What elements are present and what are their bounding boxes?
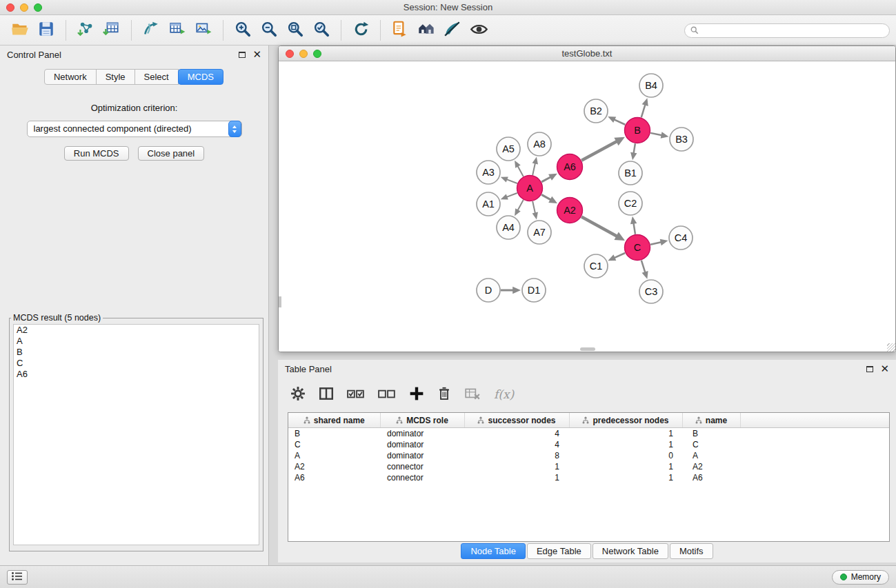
node-table-container[interactable]: shared nameMCDS rolesuccessor nodesprede… bbox=[288, 412, 890, 542]
float-table-panel-icon[interactable] bbox=[866, 366, 873, 372]
run-mcds-button[interactable]: Run MCDS bbox=[64, 146, 129, 161]
zoom-fit-icon bbox=[286, 20, 304, 40]
search-icon bbox=[690, 25, 699, 37]
network-window-close-button[interactable] bbox=[286, 50, 294, 58]
result-item[interactable]: C bbox=[14, 358, 259, 369]
graph-node-A8[interactable]: A8 bbox=[528, 132, 551, 156]
graph-node-D1[interactable]: D1 bbox=[522, 278, 546, 302]
close-table-panel-icon[interactable]: ✕ bbox=[880, 365, 889, 372]
delete-row-button[interactable] bbox=[437, 386, 451, 403]
import-table-button[interactable] bbox=[99, 18, 125, 43]
graph-node-C4[interactable]: C4 bbox=[669, 226, 693, 250]
network-window-zoom-button[interactable] bbox=[313, 50, 321, 58]
deselect-all-button[interactable] bbox=[378, 387, 396, 402]
network-canvas[interactable]: AA2A6BCA1A3A4A5A7A8B1B2B3B4C1C2C3C4DD1 bbox=[279, 62, 895, 352]
table-row[interactable]: A2connector11A2 bbox=[288, 461, 889, 472]
tab-style[interactable]: Style bbox=[96, 69, 135, 85]
export-network-button[interactable] bbox=[138, 18, 164, 43]
column-header-shared-name[interactable]: shared name bbox=[288, 413, 380, 427]
column-header-MCDS-role[interactable]: MCDS role bbox=[380, 413, 464, 427]
zoom-fit-button[interactable] bbox=[282, 18, 308, 43]
graph-node-A7[interactable]: A7 bbox=[528, 221, 551, 244]
network-window-minimize-button[interactable] bbox=[299, 50, 308, 58]
search-input[interactable] bbox=[702, 26, 884, 36]
first-neighbors-button[interactable] bbox=[387, 18, 413, 43]
table-row[interactable]: A6connector11A6 bbox=[288, 472, 889, 483]
apply-layout-button[interactable] bbox=[348, 18, 374, 43]
tab-network[interactable]: Network bbox=[44, 69, 97, 85]
close-panel-icon[interactable]: ✕ bbox=[252, 51, 261, 58]
table-panel-header: Table Panel ✕ bbox=[278, 360, 896, 378]
import-network-icon bbox=[77, 20, 94, 40]
graph-node-A6[interactable]: A6 bbox=[557, 154, 583, 180]
import-network-button[interactable] bbox=[72, 18, 99, 43]
graph-node-B1[interactable]: B1 bbox=[619, 161, 642, 185]
zoom-selected-button[interactable] bbox=[308, 18, 335, 43]
table-cell: 8 bbox=[464, 450, 569, 461]
graph-node-D[interactable]: D bbox=[477, 278, 500, 302]
graph-node-C[interactable]: C bbox=[625, 235, 650, 261]
network-window-title: testGlobe.txt bbox=[279, 46, 895, 61]
graph-node-C1[interactable]: C1 bbox=[584, 254, 608, 278]
column-header-name[interactable]: name bbox=[682, 413, 740, 427]
control-panel-title: Control Panel bbox=[7, 50, 61, 60]
add-row-button[interactable] bbox=[409, 386, 424, 403]
graph-node-C2[interactable]: C2 bbox=[619, 192, 642, 215]
network-window-titlebar[interactable]: testGlobe.txt bbox=[279, 46, 895, 61]
result-item[interactable]: A bbox=[14, 336, 259, 347]
export-image-button[interactable] bbox=[190, 18, 217, 43]
graph-node-A1[interactable]: A1 bbox=[477, 192, 500, 216]
zoom-out-button[interactable] bbox=[256, 18, 282, 43]
result-item[interactable]: B bbox=[14, 347, 259, 358]
graph-node-A2[interactable]: A2 bbox=[557, 198, 583, 223]
table-settings-button[interactable] bbox=[290, 386, 306, 403]
column-header-successor-nodes[interactable]: successor nodes bbox=[464, 413, 569, 427]
tab-mcds[interactable]: MCDS bbox=[178, 69, 223, 85]
tab-node-table[interactable]: Node Table bbox=[461, 543, 526, 559]
graph-node-B[interactable]: B bbox=[625, 118, 650, 143]
result-item[interactable]: A6 bbox=[14, 369, 259, 380]
close-window-button[interactable] bbox=[6, 3, 14, 12]
show-hide-button[interactable] bbox=[466, 18, 492, 43]
minimize-window-button[interactable] bbox=[20, 3, 28, 12]
dropdown-stepper-icon bbox=[228, 121, 241, 137]
tab-motifs[interactable]: Motifs bbox=[670, 543, 713, 559]
horizontal-scrollbar-thumb[interactable] bbox=[580, 347, 595, 351]
float-panel-icon[interactable] bbox=[239, 52, 246, 58]
function-builder-button[interactable]: f(x) bbox=[494, 387, 514, 401]
graph-node-A5[interactable]: A5 bbox=[497, 137, 520, 161]
vertical-scrollbar-thumb[interactable] bbox=[279, 296, 281, 307]
table-row[interactable]: Adominator80A bbox=[288, 450, 889, 461]
table-row[interactable]: Bdominator41B bbox=[288, 427, 889, 439]
tab-edge-table[interactable]: Edge Table bbox=[527, 543, 591, 559]
zoom-in-button[interactable] bbox=[230, 18, 256, 43]
table-row[interactable]: Cdominator41C bbox=[288, 439, 889, 450]
svg-text:C: C bbox=[634, 242, 641, 253]
graph-node-B4[interactable]: B4 bbox=[639, 74, 663, 97]
graph-node-B2[interactable]: B2 bbox=[584, 99, 608, 123]
result-item[interactable]: A2 bbox=[14, 325, 259, 336]
column-header-predecessor-nodes[interactable]: predecessor nodes bbox=[569, 413, 682, 427]
delete-table-button[interactable] bbox=[464, 386, 481, 403]
tab-network-table[interactable]: Network Table bbox=[593, 543, 668, 559]
graph-node-A4[interactable]: A4 bbox=[497, 216, 520, 239]
graphics-details-button[interactable] bbox=[439, 18, 466, 43]
search-box[interactable] bbox=[684, 23, 890, 38]
select-all-button[interactable] bbox=[347, 387, 365, 402]
show-columns-button[interactable] bbox=[319, 386, 334, 403]
home-view-button[interactable] bbox=[413, 18, 439, 43]
tab-select[interactable]: Select bbox=[135, 69, 179, 85]
graph-node-A3[interactable]: A3 bbox=[477, 161, 500, 184]
panel-list-button[interactable] bbox=[7, 570, 28, 585]
close-panel-button[interactable]: Close panel bbox=[138, 146, 205, 161]
graph-node-A[interactable]: A bbox=[517, 176, 543, 201]
criterion-dropdown[interactable]: largest connected component (directed) bbox=[27, 121, 242, 137]
zoom-window-button[interactable] bbox=[34, 3, 42, 12]
resize-grip[interactable] bbox=[887, 343, 895, 352]
save-session-button[interactable] bbox=[33, 18, 59, 43]
export-table-button[interactable] bbox=[164, 18, 190, 43]
open-file-button[interactable] bbox=[7, 18, 33, 43]
memory-button[interactable]: Memory bbox=[832, 570, 889, 585]
graph-node-B3[interactable]: B3 bbox=[670, 128, 693, 151]
graph-node-C3[interactable]: C3 bbox=[639, 280, 663, 303]
